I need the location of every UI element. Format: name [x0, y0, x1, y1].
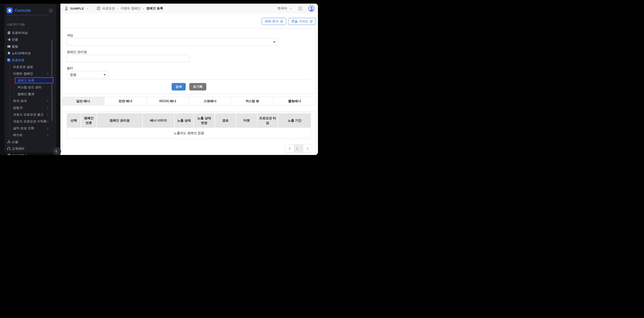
search-button[interactable]: 검색 — [172, 83, 186, 91]
support-icon — [7, 147, 11, 151]
tab-spot-banner[interactable]: 스팟배너 — [189, 97, 231, 105]
sidebar-item-campaign-register[interactable]: 캠페인 등록 — [4, 77, 56, 84]
reset-button[interactable]: 초기화 — [189, 83, 206, 91]
sidebar-item-deeplink[interactable]: 딥링크 › — [4, 104, 56, 111]
col-exposure-status: 노출 상태 — [174, 113, 194, 128]
main-area: SAMPLE ＋ 프로모션 › 이벤트 캠페인 › 캠페인 등록 한국어 — [60, 4, 318, 155]
sidebar-divider — [7, 15, 48, 16]
banner-type-tabs: 일반 배너 전면 배너 미디어 배너 스팟배너 커스텀 뷰 롤링배너 — [62, 97, 316, 105]
chevron-right-icon: › — [307, 146, 308, 151]
sidebar-item-auth[interactable]: 인증 — [4, 36, 56, 43]
col-market: 마켓 — [236, 113, 258, 128]
campaign-name-input[interactable] — [67, 55, 189, 62]
filter-label: 필터 — [67, 66, 73, 70]
chevron-right-icon: › — [47, 133, 48, 137]
auth-icon — [7, 38, 11, 42]
project-selector[interactable]: SAMPLE — [64, 6, 88, 11]
promotion-badge-icon: ＋ — [97, 7, 100, 10]
col-exposure-period: 노출 기간 — [278, 113, 311, 128]
sidebar-expand-toggle[interactable] — [48, 8, 53, 13]
dropdown-caret-icon — [273, 42, 276, 43]
sidebar-item-social[interactable]: 소셜 — [4, 138, 56, 145]
game-select[interactable] — [67, 38, 278, 46]
chevron-left-icon — [56, 150, 58, 152]
sidebar: Console 이용 중인 제품 프로비저닝 인증 빌링 — [0, 4, 60, 155]
col-path: 경로 — [215, 113, 236, 128]
tab-custom-view[interactable]: 커스텀 뷰 — [231, 97, 274, 105]
sidebar-section-label: 이용 중인 제품 — [4, 22, 56, 27]
tab-media-banner[interactable]: 미디어 배너 — [147, 97, 189, 105]
building-icon — [64, 6, 68, 11]
chevron-right-icon: › — [47, 106, 48, 109]
breadcrumb-separator: › — [117, 7, 118, 10]
pagination: ‹ 1 › — [285, 144, 312, 153]
dropdown-caret-icon — [104, 74, 106, 76]
sidebar-item-install-reward[interactable]: 설치·보상 조회 › — [4, 125, 56, 132]
sidebar-item-user-invite[interactable]: 유저 초대 › — [4, 98, 56, 104]
game-label: 게임 — [67, 34, 73, 38]
sidebar-item-promotion[interactable]: ＋ 프로모션 — [4, 57, 56, 64]
col-campaign-number: 캠페인 번호 — [81, 113, 97, 128]
sidebar-item-event-campaign[interactable]: 이벤트 캠페인 › — [4, 70, 56, 77]
chevron-right-icon: › — [47, 72, 48, 75]
breadcrumb-item[interactable]: 프로모션 — [102, 7, 115, 11]
table-header-row: 선택 캠페인 번호 캠페인 관리명 배너 이미지 노출 상태 노출 상태 변경 … — [67, 113, 311, 128]
app-window: Console 이용 중인 제품 프로비저닝 인증 빌링 — [0, 4, 318, 155]
chevron-right-icon: › — [47, 126, 48, 130]
sidebar-item-analytics[interactable]: 애널리틱스 — [4, 152, 56, 155]
billing-icon — [7, 45, 11, 49]
console-logo-icon — [6, 8, 12, 14]
provisioning-icon — [7, 31, 11, 35]
user-avatar[interactable] — [308, 5, 314, 12]
chevron-right-icon: › — [47, 99, 48, 103]
breadcrumb: ＋ 프로모션 › 이벤트 캠페인 › 캠페인 등록 — [97, 7, 163, 11]
sidebar-item-cross-promotion-monetize[interactable]: 크로스 프로모션 수익화 › — [4, 118, 56, 125]
col-promotion-type: 프로모션 타입 — [258, 113, 278, 128]
sidebar-item-notification[interactable]: 노티피케이션 — [4, 50, 56, 57]
topbar: SAMPLE ＋ 프로모션 › 이벤트 캠페인 › 캠페인 등록 한국어 — [60, 4, 318, 13]
sidebar-header: Console — [6, 6, 54, 15]
prev-page-button[interactable]: ‹ — [285, 145, 294, 152]
col-banner-image: 배너 이미지 — [143, 113, 174, 128]
sidebar-item-billing[interactable]: 빌링 — [4, 43, 56, 50]
chevron-right-icon: › — [47, 113, 48, 116]
external-link-icon — [280, 20, 283, 23]
sidebar-nav: 이용 중인 제품 프로비저닝 인증 빌링 노티피케이션 — [4, 22, 56, 155]
sidebar-item-support[interactable]: 고객센터 — [4, 145, 56, 152]
sidebar-item-provisioning[interactable]: 프로비저닝 — [4, 29, 56, 36]
sidebar-item-cross-promotion-ads[interactable]: 크로스 프로모션 광고 › — [4, 111, 56, 118]
notification-icon — [7, 51, 11, 55]
sidebar-item-custom-board[interactable]: 커스텀 보드 관리 — [4, 84, 56, 91]
sidebar-item-test[interactable]: 테스트 › — [4, 132, 56, 138]
sidebar-panel: Console 이용 중인 제품 프로비저닝 인증 빌링 — [4, 4, 56, 153]
next-page-button[interactable]: › — [303, 145, 312, 152]
analytics-icon — [7, 153, 11, 155]
campaign-table: 선택 캠페인 번호 캠페인 관리명 배너 이미지 노출 상태 노출 상태 변경 … — [67, 113, 311, 139]
filter-select[interactable]: 없음 — [67, 71, 109, 79]
breadcrumb-item[interactable]: 이벤트 캠페인 — [120, 7, 140, 11]
col-exposure-status-change: 노출 상태 변경 — [194, 113, 215, 128]
sdk-docs-button[interactable]: SDK 문서 — [262, 18, 286, 25]
breadcrumb-separator: › — [143, 7, 144, 10]
sidebar-item-promotion-settings[interactable]: 프로모션 설정 — [4, 64, 56, 70]
current-page[interactable]: 1 — [294, 145, 303, 152]
tab-full-banner[interactable]: 전면 배너 — [104, 97, 147, 105]
social-icon — [7, 140, 11, 144]
campaign-table-card: 선택 캠페인 번호 캠페인 관리명 배너 이미지 노출 상태 노출 상태 변경 … — [62, 112, 316, 155]
search-filter-card: 게임 캠페인 관리명 필터 없음 검색 초기화 — [62, 28, 316, 94]
app-grid-icon[interactable] — [298, 7, 302, 11]
col-campaign-name: 캠페인 관리명 — [97, 113, 143, 128]
language-label: 한국어 — [278, 7, 287, 11]
col-select: 선택 — [67, 113, 81, 128]
promotion-icon: ＋ — [7, 58, 11, 62]
console-guide-button[interactable]: 콘솔 가이드 — [288, 18, 316, 25]
external-link-icon — [310, 20, 313, 23]
form-divider — [67, 79, 311, 80]
tab-rolling-banner[interactable]: 롤링배너 — [274, 97, 316, 105]
breadcrumb-current: 캠페인 등록 — [146, 7, 163, 11]
language-selector[interactable]: 한국어 — [278, 7, 291, 11]
sidebar-item-campaign-stats[interactable]: 캠페인 통계 — [4, 91, 56, 98]
sidebar-collapse-button[interactable] — [53, 147, 61, 155]
chevron-right-icon: › — [47, 120, 48, 123]
tab-general-banner[interactable]: 일반 배너 — [62, 97, 104, 105]
